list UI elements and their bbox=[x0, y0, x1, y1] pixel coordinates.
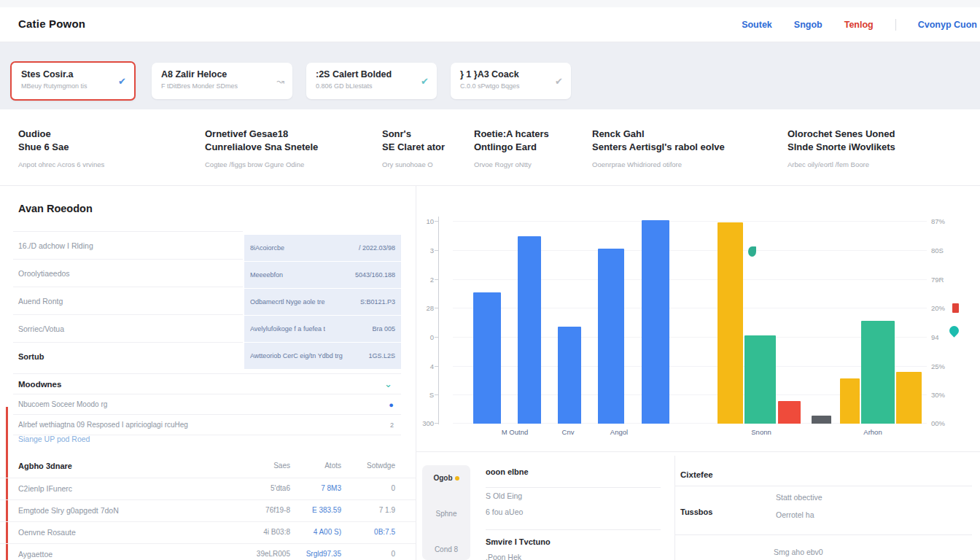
right-panel-value: Statt obective bbox=[776, 493, 822, 502]
nav-link-soutek[interactable]: Soutek bbox=[742, 20, 772, 30]
right-panel-title: Cixtefee bbox=[680, 470, 713, 479]
view-report-link[interactable]: Siange UP pod Roed bbox=[18, 435, 90, 443]
mini-table-row[interactable]: Meeeebfon5043/160.188 bbox=[244, 262, 401, 288]
y-axis-tick-label-left: 4 bbox=[413, 362, 434, 370]
count-badge: 2 bbox=[390, 421, 401, 429]
chart-bar[interactable] bbox=[861, 321, 895, 424]
feature-item: Olorochet Senes UonedSlnde Snorte iWovli… bbox=[788, 128, 895, 168]
stat-card-title: :2S Calert Bolded bbox=[316, 69, 428, 79]
check-icon: ✔ bbox=[118, 76, 126, 87]
nav-link-sngob[interactable]: Sngob bbox=[794, 20, 822, 30]
table-cell: 4 A00 S) bbox=[283, 528, 341, 536]
feature-title-line2: Senters Aertisgl's rabol eolve bbox=[592, 141, 725, 154]
teal-droplet-marker bbox=[947, 324, 960, 337]
x-axis-tick-label: Cnv bbox=[562, 428, 575, 436]
tab-content-heading2: Smvire I Tvctuno bbox=[486, 537, 551, 546]
table-cell: 76f19-8 bbox=[232, 506, 290, 514]
leaf-icon bbox=[748, 246, 756, 257]
y-axis-tick-label-left: 28 bbox=[413, 304, 434, 312]
mini-table-row[interactable]: 8iAcoiorcbe/ 2022.03/98 bbox=[244, 235, 401, 261]
table-cell: 39eLR005 bbox=[232, 550, 290, 558]
stat-cards-band: Stes Cosir.aMBeuy Rutymgmon tis✔A8 Zalir… bbox=[0, 42, 980, 109]
bottom-tabs-panel: OgobSphneCond 8 ooon elbne S Old Eing 6 … bbox=[416, 456, 674, 560]
module-row[interactable]: Alrbef wethiagtna 09 Resposed I apriciog… bbox=[13, 414, 401, 435]
feature-title-line2: Shue 6 Sae bbox=[18, 141, 104, 154]
nav-link-tenlog[interactable]: Tenlog bbox=[844, 20, 874, 30]
overview-row[interactable]: Sortub bbox=[13, 342, 243, 370]
stat-card[interactable]: :2S Calert Bolded0.806 GD bLIestats✔ bbox=[306, 63, 437, 99]
modules-header-row[interactable]: Moodwnes ⌄ bbox=[13, 373, 401, 394]
chart-bar[interactable] bbox=[744, 335, 776, 424]
chart-bar[interactable] bbox=[778, 401, 801, 424]
table-row[interactable]: Aygaettoe39eLR005Srgld97.350 bbox=[0, 543, 416, 560]
tab-content-heading: ooon elbne bbox=[486, 467, 529, 476]
stat-card[interactable]: Stes Cosir.aMBeuy Rutymgmon tis✔ bbox=[10, 61, 136, 101]
overview-row[interactable]: Sorriec/Votua bbox=[13, 314, 243, 342]
table-row[interactable]: Oenvne Rosaute4i B03:84 A00 S)0B:7.5 bbox=[0, 521, 416, 543]
mini-table-row[interactable]: Awtteoriob CerC eig/tn Ydbd trg1GS.L2S bbox=[244, 343, 401, 369]
chart-bar[interactable] bbox=[840, 378, 860, 424]
app-header: Catie Powon SoutekSngobTenlogCvonyp Cuon bbox=[0, 7, 980, 42]
table-header-col: Saes bbox=[232, 462, 290, 470]
y-axis-tick-label-right: 20% bbox=[931, 304, 945, 312]
table-row[interactable]: C2ienlp IFunerc5'dta67 8M30 bbox=[0, 478, 416, 499]
stat-card[interactable]: } 1 }A3 CoackC.0.0 sPwtgo Bqges✔ bbox=[451, 63, 571, 99]
stat-card[interactable]: A8 Zalir HeloceF tDitBres Monder SDmes↝ bbox=[152, 63, 292, 99]
y-axis-tick-label-right: 00% bbox=[931, 419, 945, 427]
bottom-right-panel: Cixtefee Statt obective Tussbos Oerrotel… bbox=[674, 456, 980, 560]
axis-tick bbox=[435, 250, 438, 251]
blue-dot-icon: ● bbox=[389, 400, 401, 409]
x-axis-tick-label: Arhon bbox=[863, 428, 882, 436]
module-row-label: Alrbef wethiagtna 09 Resposed I apriciog… bbox=[13, 421, 188, 429]
overview-row[interactable]: 16./D adchow I Rlding bbox=[13, 231, 243, 259]
mini-table-row[interactable]: Odbamecrtl Nyge aole treS:B0121.P3 bbox=[244, 289, 401, 315]
table-cell: 0 bbox=[347, 550, 395, 558]
stat-card-title: A8 Zalir Heloce bbox=[161, 69, 284, 79]
tab-ogob[interactable]: Ogob bbox=[422, 474, 470, 482]
chart-bar[interactable] bbox=[718, 222, 743, 424]
table-cell-name: Oenvne Rosaute bbox=[18, 528, 76, 537]
bottom-left-table: Agbho 3dnareSaesAtotsSotwdgeC2ienlp IFun… bbox=[0, 456, 416, 560]
red-square-marker bbox=[952, 303, 959, 313]
y-axis-tick-label-right: 87% bbox=[931, 217, 945, 225]
chart-bar[interactable] bbox=[896, 372, 922, 424]
tab-cond-8[interactable]: Cond 8 bbox=[422, 545, 470, 553]
tab-sphne[interactable]: Sphne bbox=[422, 510, 470, 518]
stat-card-subtitle: F tDitBres Monder SDmes bbox=[161, 82, 284, 90]
chart-bar[interactable] bbox=[642, 220, 669, 424]
table-cell-name: C2ienlp IFunerc bbox=[18, 484, 72, 493]
y-axis-tick-label-right: 94 bbox=[931, 333, 939, 341]
feature-title-line2: SE Claret ator bbox=[382, 141, 445, 154]
x-axis-tick-label: Angol bbox=[610, 428, 628, 436]
nav-link-cvonyp-cuon[interactable]: Cvonyp Cuon bbox=[918, 20, 977, 30]
y-axis-tick-label-left: S bbox=[413, 391, 434, 399]
table-row[interactable]: Emgtode Slry g0apgedt 7doN76f19-8E 383.5… bbox=[0, 499, 416, 521]
mini-table-label: Awtteoriob CerC eig/tn Ydbd trg bbox=[250, 352, 343, 359]
chart-bar[interactable] bbox=[812, 416, 831, 424]
module-row[interactable]: Nbucoem Soceer Moodo rg● bbox=[13, 394, 401, 414]
axis-tick bbox=[435, 423, 438, 424]
table-header-row: Agbho 3dnareSaesAtotsSotwdge bbox=[0, 456, 416, 478]
chart-bar[interactable] bbox=[473, 292, 501, 424]
top-nav: SoutekSngobTenlogCvonyp Cuon bbox=[742, 7, 980, 42]
chart-y-axis bbox=[438, 217, 439, 424]
stat-card-subtitle: C.0.0 sPwtgo Bqges bbox=[460, 82, 562, 90]
chart-bar[interactable] bbox=[598, 249, 624, 424]
divider bbox=[675, 534, 972, 535]
feature-subtitle: Orvoe Rogyr oNtty bbox=[474, 160, 549, 168]
chevron-down-icon[interactable]: ⌄ bbox=[384, 378, 401, 389]
feature-title-line1: Sonr's bbox=[382, 128, 445, 141]
overview-row[interactable]: Oroolytiaeedos bbox=[13, 259, 243, 287]
feature-item: Roetie:A hcatersOntlingo EardOrvoe Rogyr… bbox=[474, 128, 549, 168]
chart-bar[interactable] bbox=[518, 236, 541, 424]
overview-row[interactable]: Auend Rontg bbox=[13, 287, 243, 314]
mini-table-label: 8iAcoiorcbe bbox=[250, 244, 284, 252]
feature-title-line2: Ontlingo Eard bbox=[474, 141, 549, 154]
table-cell: 7 8M3 bbox=[283, 484, 341, 492]
overview-row-label: 16./D adchow I Rlding bbox=[13, 241, 93, 250]
chart-bar[interactable] bbox=[558, 327, 581, 424]
mini-table-row[interactable]: Avelylufoikoge f a fuefea tBra 005 bbox=[244, 316, 401, 342]
feature-title-line1: Oudioe bbox=[18, 128, 104, 141]
mini-table-label: Odbamecrtl Nyge aole tre bbox=[250, 298, 325, 306]
y-axis-tick-label-right: 80S bbox=[931, 246, 944, 254]
